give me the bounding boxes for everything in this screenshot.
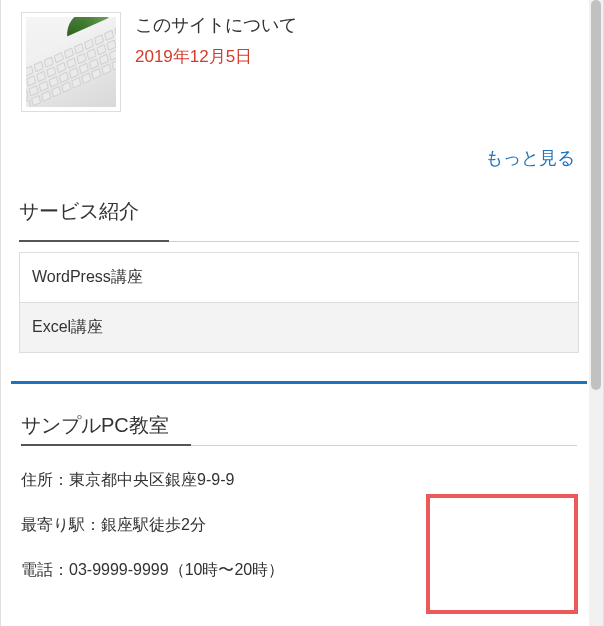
services-menu: WordPress講座 Excel講座: [19, 252, 579, 353]
content-area: このサイトについて 2019年12月5日 もっと見る サービス紹介 WordPr…: [11, 0, 593, 581]
vertical-scrollbar[interactable]: [589, 0, 603, 626]
menu-item-wordpress[interactable]: WordPress講座: [20, 253, 578, 302]
menu-item-excel[interactable]: Excel講座: [20, 302, 578, 352]
footer: サンプルPC教室 住所：東京都中央区銀座9-9-9 最寄り駅：銀座駅徒歩2分 電…: [11, 381, 587, 581]
post-title-link[interactable]: このサイトについて: [135, 12, 297, 39]
footer-station: 最寄り駅：銀座駅徒歩2分: [21, 515, 577, 536]
heading-underline: [19, 241, 579, 242]
post-thumbnail[interactable]: [21, 12, 121, 112]
footer-heading-underline: [21, 445, 577, 446]
footer-phone: 電話：03-9999-9999（10時〜20時）: [21, 560, 577, 581]
page: このサイトについて 2019年12月5日 もっと見る サービス紹介 WordPr…: [0, 0, 604, 626]
more-link[interactable]: もっと見る: [485, 148, 575, 168]
scrollbar-thumb[interactable]: [591, 0, 601, 390]
thumbnail-image: [26, 17, 116, 107]
post-meta: このサイトについて 2019年12月5日: [135, 12, 297, 112]
footer-address: 住所：東京都中央区銀座9-9-9: [21, 470, 577, 491]
more-link-row: もっと見る: [11, 118, 587, 178]
services-heading: サービス紹介: [19, 198, 579, 231]
post-item: このサイトについて 2019年12月5日: [11, 0, 587, 118]
footer-heading: サンプルPC教室: [21, 412, 577, 445]
post-date: 2019年12月5日: [135, 45, 297, 68]
